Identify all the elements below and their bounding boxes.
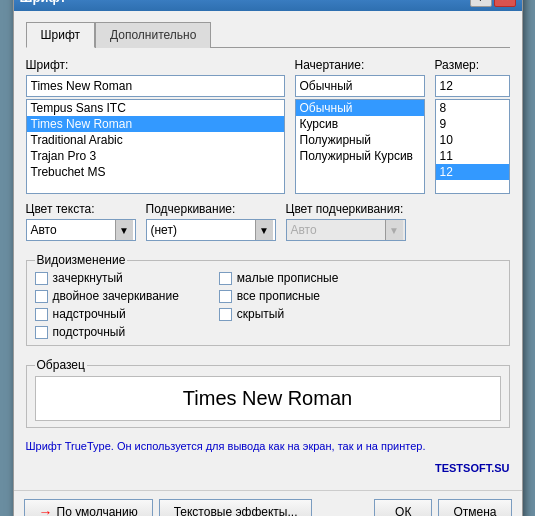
bottom-bar: → По умолчанию Текстовые эффекты... ОК О… (14, 490, 522, 516)
arrow-icon: → (39, 504, 53, 516)
size-item[interactable]: 9 (436, 116, 509, 132)
checkbox-superscript[interactable]: надстрочный (35, 307, 179, 321)
checkbox-double-strikethrough[interactable]: двойное зачеркивание (35, 289, 179, 303)
checkbox-hidden[interactable]: скрытый (219, 307, 339, 321)
close-button[interactable]: ✕ (494, 0, 516, 7)
ok-button-label: ОК (395, 505, 411, 516)
dialog-content: Шрифт Дополнительно Шрифт: Tempus Sans I… (14, 11, 522, 484)
superscript-checkbox[interactable] (35, 308, 48, 321)
size-item-selected[interactable]: 12 (436, 164, 509, 180)
double-strikethrough-checkbox[interactable] (35, 290, 48, 303)
checkbox-strikethrough[interactable]: зачеркнутый (35, 271, 179, 285)
checkbox-subscript[interactable]: подстрочный (35, 325, 179, 339)
style-label: Начертание: (295, 58, 425, 72)
window-title: Шрифт (20, 0, 67, 5)
font-item[interactable]: Trebuchet MS (27, 164, 284, 180)
size-item[interactable]: 10 (436, 132, 509, 148)
font-item[interactable]: Trajan Pro 3 (27, 148, 284, 164)
small-caps-checkbox[interactable] (219, 272, 232, 285)
font-group: Шрифт: Tempus Sans ITC Times New Roman T… (26, 58, 285, 194)
size-item[interactable]: 8 (436, 100, 509, 116)
underline-color-group: Цвет подчеркивания: Авто ▼ (286, 202, 406, 241)
font-dialog: Шрифт ? ✕ Шрифт Дополнительно Шрифт: Tem… (13, 0, 523, 516)
size-input[interactable] (435, 75, 510, 97)
effects-button-label: Текстовые эффекты... (174, 505, 298, 516)
size-item[interactable]: 11 (436, 148, 509, 164)
superscript-label: надстрочный (53, 307, 126, 321)
underline-color-value: Авто (289, 223, 385, 237)
double-strikethrough-label: двойное зачеркивание (53, 289, 179, 303)
tab-advanced[interactable]: Дополнительно (95, 22, 211, 48)
underline-color-label: Цвет подчеркивания: (286, 202, 406, 216)
size-group: Размер: 8 9 10 11 12 (435, 58, 510, 194)
cancel-button-label: Отмена (453, 505, 496, 516)
help-button[interactable]: ? (470, 0, 492, 7)
style-group: Начертание: Обычный Курсив Полужирный По… (295, 58, 425, 194)
underline-label: Подчеркивание: (146, 202, 276, 216)
style-input[interactable] (295, 75, 425, 97)
subscript-checkbox[interactable] (35, 326, 48, 339)
text-color-label: Цвет текста: (26, 202, 136, 216)
style-item[interactable]: Курсив (296, 116, 424, 132)
checkboxes-row: зачеркнутый двойное зачеркивание надстро… (35, 271, 501, 339)
watermark: TESTSOFT.SU (26, 462, 510, 474)
underline-group: Подчеркивание: (нет) ▼ (146, 202, 276, 241)
default-button[interactable]: → По умолчанию (24, 499, 153, 516)
title-bar: Шрифт ? ✕ (14, 0, 522, 11)
size-listbox[interactable]: 8 9 10 11 12 (435, 99, 510, 194)
strikethrough-label: зачеркнутый (53, 271, 123, 285)
hidden-label: скрытый (237, 307, 284, 321)
small-caps-label: малые прописные (237, 271, 339, 285)
style-item[interactable]: Полужирный Курсив (296, 148, 424, 164)
style-item-selected[interactable]: Обычный (296, 100, 424, 116)
font-row: Шрифт: Tempus Sans ITC Times New Roman T… (26, 58, 510, 194)
ok-button[interactable]: ОК (374, 499, 432, 516)
text-color-arrow[interactable]: ▼ (115, 220, 133, 240)
sample-text: Times New Roman (183, 387, 352, 410)
default-button-label: По умолчанию (57, 505, 138, 516)
font-listbox[interactable]: Tempus Sans ITC Times New Roman Traditio… (26, 99, 285, 194)
underline-color-arrow[interactable]: ▼ (385, 220, 403, 240)
size-label: Размер: (435, 58, 510, 72)
tab-bar: Шрифт Дополнительно (26, 21, 510, 48)
all-caps-label: все прописные (237, 289, 320, 303)
underline-color-dropdown[interactable]: Авто ▼ (286, 219, 406, 241)
cancel-button[interactable]: Отмена (438, 499, 511, 516)
vidoizmenenie-section: Видоизменение зачеркнутый двойное зачерк… (26, 253, 510, 346)
strikethrough-checkbox[interactable] (35, 272, 48, 285)
sample-box: Times New Roman (35, 376, 501, 421)
underline-value: (нет) (149, 223, 255, 237)
style-listbox[interactable]: Обычный Курсив Полужирный Полужирный Кур… (295, 99, 425, 194)
checkbox-all-caps[interactable]: все прописные (219, 289, 339, 303)
style-item[interactable]: Полужирный (296, 132, 424, 148)
font-label: Шрифт: (26, 58, 285, 72)
text-color-value: Авто (29, 223, 115, 237)
form-area: Шрифт: Tempus Sans ITC Times New Roman T… (26, 58, 510, 474)
all-caps-checkbox[interactable] (219, 290, 232, 303)
font-input[interactable] (26, 75, 285, 97)
vidoizmenenie-label: Видоизменение (35, 253, 128, 267)
sample-label: Образец (35, 358, 87, 372)
color-row: Цвет текста: Авто ▼ Подчеркивание: (нет)… (26, 202, 510, 241)
underline-arrow[interactable]: ▼ (255, 220, 273, 240)
font-item-selected[interactable]: Times New Roman (27, 116, 284, 132)
tab-font[interactable]: Шрифт (26, 22, 95, 48)
sample-section: Образец Times New Roman (26, 358, 510, 428)
font-item[interactable]: Tempus Sans ITC (27, 100, 284, 116)
checkboxes-right: малые прописные все прописные скрытый (219, 271, 339, 339)
checkbox-small-caps[interactable]: малые прописные (219, 271, 339, 285)
info-text: Шрифт TrueType. Он используется для выво… (26, 440, 510, 452)
subscript-label: подстрочный (53, 325, 126, 339)
title-buttons: ? ✕ (470, 0, 516, 7)
checkboxes-left: зачеркнутый двойное зачеркивание надстро… (35, 271, 179, 339)
font-item[interactable]: Traditional Arabic (27, 132, 284, 148)
text-color-dropdown[interactable]: Авто ▼ (26, 219, 136, 241)
underline-dropdown[interactable]: (нет) ▼ (146, 219, 276, 241)
text-color-group: Цвет текста: Авто ▼ (26, 202, 136, 241)
effects-button[interactable]: Текстовые эффекты... (159, 499, 313, 516)
hidden-checkbox[interactable] (219, 308, 232, 321)
